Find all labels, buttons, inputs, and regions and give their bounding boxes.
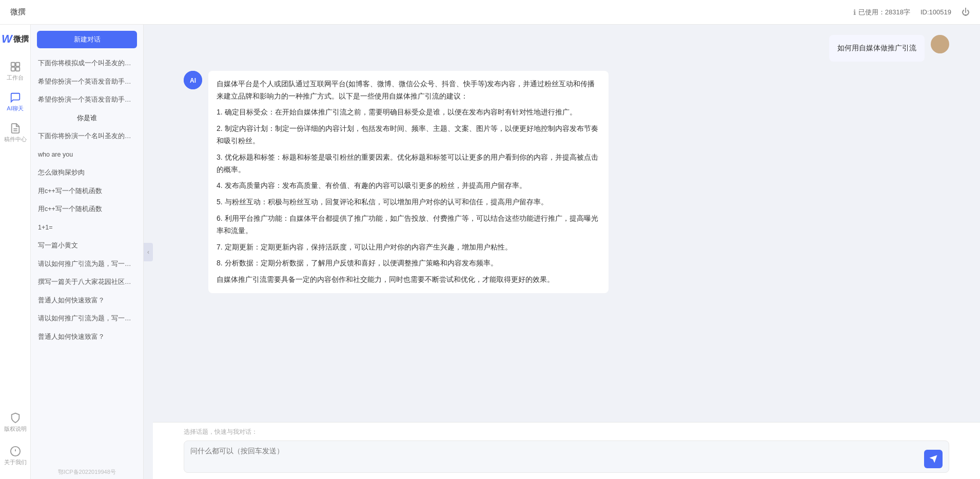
messages-container: 如何用自媒体做推广引流AI自媒体平台是个人或团队通过互联网平台(如博客、微博、微… (153, 25, 980, 422)
conv-list: 下面你将模拟成一个叫圣友的程序员，我说...希望你扮演一个英语发音助手，我提供给… (31, 52, 143, 465)
info-icon: ℹ (853, 8, 856, 16)
message-paragraph: 1. 确定目标受众：在开始自媒体推广引流之前，需要明确目标受众是谁，以便在发布内… (217, 106, 600, 119)
about-label: 关于我们 (4, 458, 27, 466)
message-paragraph: 3. 优化标题和标签：标题和标签是吸引粉丝的重要因素。优化标题和标签可以让更多的… (217, 151, 600, 176)
avatar: AI (184, 71, 202, 89)
input-row (184, 440, 949, 473)
svg-text:AI: AI (190, 77, 196, 84)
message-row: AI自媒体平台是个人或团队通过互联网平台(如博客、微博、微信公众号、抖音、快手等… (184, 71, 949, 293)
workbench-label: 工作台 (7, 74, 24, 82)
svg-point-10 (934, 45, 946, 53)
message-paragraph: 7. 定期更新：定期更新内容，保持活跃度，可以让用户对你的内容产生兴趣，增加用户… (217, 241, 600, 254)
nav-sidebar: W 微撰 工作台 AI聊天 稿件中心 (0, 25, 31, 479)
main-layout: W 微撰 工作台 AI聊天 稿件中心 (0, 25, 980, 479)
conv-list-item[interactable]: 1+1= (31, 219, 143, 237)
svg-rect-0 (11, 63, 14, 66)
conv-list-item[interactable]: 请以如何推广引流为题，写一篇大纲 (31, 310, 143, 328)
message-paragraph: 自媒体平台是个人或团队通过互联网平台(如博客、微博、微信公众号、抖音、快手等)发… (217, 78, 600, 103)
message-paragraph: 6. 利用平台推广功能：自媒体平台都提供了推广功能，如广告投放、付费推广等，可以… (217, 213, 600, 237)
conv-panel: 新建对话 下面你将模拟成一个叫圣友的程序员，我说...希望你扮演一个英语发音助手… (31, 25, 144, 479)
sidebar-item-about[interactable]: 关于我们 (4, 440, 27, 471)
conv-list-item[interactable]: 普通人如何快速致富？ (31, 292, 143, 310)
conv-list-item[interactable]: 用c++写一个随机函数 (31, 182, 143, 201)
topbar: 微撰 ℹ 已使用：28318字 ID:100519 ⏻ (0, 0, 980, 25)
message-row: 如何用自媒体做推广引流 (184, 35, 949, 62)
drafts-label: 稿件中心 (4, 136, 27, 143)
input-area: 选择话题，快速与我对话： (153, 422, 980, 479)
conv-list-item[interactable]: 你是谁 (31, 109, 143, 128)
message-paragraph: 自媒体推广引流需要具备一定的内容创作和社交能力，同时也需要不断尝试和优化，才能取… (217, 274, 600, 286)
usage-info: ℹ 已使用：28318字 (853, 8, 910, 17)
message-paragraph: 8. 分析数据：定期分析数据，了解用户反馈和喜好，以便调整推广策略和内容发布频率… (217, 257, 600, 270)
conv-list-item[interactable]: 写一篇小黄文 (31, 237, 143, 255)
quick-topics-label: 选择话题，快速与我对话： (184, 428, 949, 436)
message-paragraph: 2. 制定内容计划：制定一份详细的内容计划，包括发布时间、频率、主题、文案、图片… (217, 123, 600, 147)
logo-area: W 微撰 (2, 32, 29, 46)
sidebar-item-ai-chat[interactable]: AI聊天 (0, 87, 30, 118)
message-paragraph: 4. 发布高质量内容：发布高质量、有价值、有趣的内容可以吸引更多的粉丝，并提高用… (217, 180, 600, 192)
svg-point-9 (936, 39, 944, 46)
send-icon (929, 454, 938, 464)
conv-list-item[interactable]: 希望你扮演一个英语发音助手，我提供给你... (31, 73, 143, 91)
conv-list-item[interactable]: 怎么做狗屎炒肉 (31, 164, 143, 182)
sidebar-item-workbench[interactable]: 工作台 (0, 56, 30, 87)
conv-list-item[interactable]: 下面你将扮演一个名叫圣友的医生 (31, 127, 143, 146)
conv-list-item[interactable]: 希望你扮演一个英语发音助手，我提供给你... (31, 91, 143, 109)
collapse-sidebar-button[interactable]: ‹ (144, 243, 153, 261)
message-paragraph: 5. 与粉丝互动：积极与粉丝互动，回复评论和私信，可以增加用户对你的认可和信任，… (217, 196, 600, 208)
conv-list-item[interactable]: who are you (31, 146, 143, 164)
message-bubble: 自媒体平台是个人或团队通过互联网平台(如博客、微博、微信公众号、抖音、快手等)发… (208, 71, 609, 293)
conv-list-item[interactable]: 普通人如何快速致富？ (31, 328, 143, 347)
conv-list-item[interactable]: 下面你将模拟成一个叫圣友的程序员，我说... (31, 54, 143, 73)
ai-chat-label: AI聊天 (7, 105, 23, 112)
topbar-right: ℹ 已使用：28318字 ID:100519 ⏻ (853, 8, 970, 17)
power-icon[interactable]: ⏻ (962, 8, 970, 17)
id-info: ID:100519 (920, 8, 951, 16)
svg-rect-2 (11, 67, 14, 71)
nav-bottom: 版权说明 关于我们 (4, 407, 27, 471)
svg-rect-1 (15, 63, 19, 66)
send-button[interactable] (924, 450, 943, 468)
svg-rect-3 (15, 67, 19, 71)
sidebar-item-copyright[interactable]: 版权说明 (4, 407, 27, 438)
new-conversation-button[interactable]: 新建对话 (37, 31, 137, 48)
logo-text: 微撰 (13, 34, 29, 44)
conv-list-item[interactable]: 撰写一篇关于八大家花园社区一刻钟便民生... (31, 273, 143, 292)
sidebar-item-drafts[interactable]: 稿件中心 (0, 118, 30, 148)
logo-w: W (2, 32, 12, 46)
conv-list-item[interactable]: 用c++写一个随机函数 (31, 200, 143, 219)
conv-list-item[interactable]: 请以如何推广引流为题，写一篇大纲 (31, 255, 143, 274)
message-bubble: 如何用自媒体做推广引流 (829, 35, 925, 62)
chat-area: 如何用自媒体做推广引流AI自媒体平台是个人或团队通过互联网平台(如博客、微博、微… (153, 25, 980, 479)
avatar (931, 35, 949, 53)
usage-text: 已使用：28318字 (858, 8, 910, 17)
copyright-label: 版权说明 (4, 425, 27, 433)
topbar-title: 微撰 (10, 7, 26, 17)
footer-icp: 鄂ICP备2022019948号 (31, 465, 143, 479)
chat-input[interactable] (190, 445, 919, 468)
